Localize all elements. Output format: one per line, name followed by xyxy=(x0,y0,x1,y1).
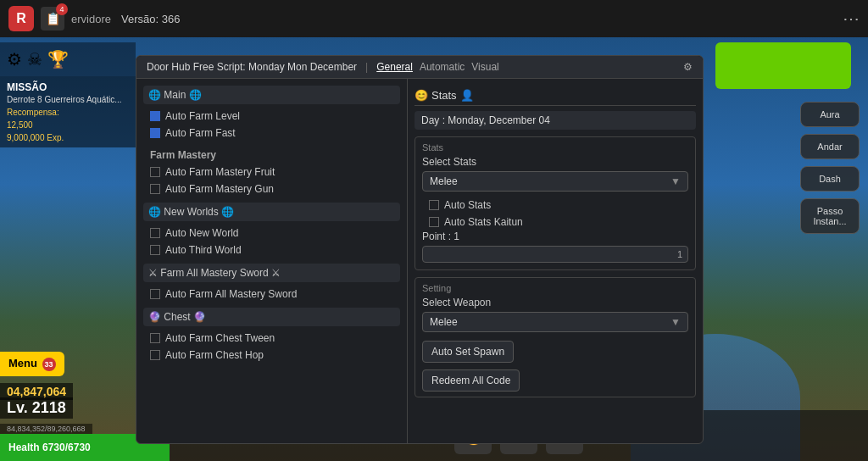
mission-reward-label: Recompensa: xyxy=(7,108,129,117)
auto-farm-chest-hop-label: Auto Farm Chest Hop xyxy=(165,349,264,361)
stats-dropdown[interactable]: Melee ▼ xyxy=(422,171,688,192)
right-column: 😊 Stats 👤 Day : Monday, December 04 Stat… xyxy=(408,79,703,443)
skull-icon: ☠ xyxy=(27,49,42,69)
script-panel: Door Hub Free Script: Monday Mon Decembe… xyxy=(136,55,704,444)
stats-person-icon: 👤 xyxy=(460,89,474,102)
auto-farm-level-checkbox[interactable] xyxy=(150,111,160,121)
auto-farm-mastery-gun-label: Auto Farm Mastery Gun xyxy=(165,183,274,195)
mission-gold: 12,500 xyxy=(7,120,129,130)
stats-emoji: 😊 xyxy=(415,89,428,102)
auto-stats-label: Auto Stats xyxy=(444,199,491,211)
notification-icon[interactable]: 📋 4 xyxy=(41,7,64,31)
setting-section: Setting Select Weapon Melee ▼ Auto Set S… xyxy=(415,277,696,397)
settings-icon[interactable]: ⚙ xyxy=(7,49,22,69)
auto-stats-kaitun-label: Auto Stats Kaitun xyxy=(444,216,523,228)
pipe-separator: | xyxy=(365,61,368,73)
sword-section-header: ⚔ Farm All Mastery Sword ⚔ xyxy=(143,264,400,282)
left-hud: ⚙ ☠ 🏆 MISSÃO Derrote 8 Guerreiros Aquáti… xyxy=(0,42,136,147)
panel-body: 🌐 Main 🌐 Auto Farm Level Auto Farm Fast … xyxy=(136,79,703,443)
auto-farm-fast-row: Auto Farm Fast xyxy=(143,125,400,142)
new-worlds-section-header: 🌐 New Worlds 🌐 xyxy=(143,203,400,221)
auto-farm-mastery-gun-checkbox[interactable] xyxy=(150,184,160,194)
auto-new-world-label: Auto New World xyxy=(165,227,238,239)
panel-title: Door Hub Free Script: Monday Mon Decembe… xyxy=(147,61,357,73)
trophy-icon: 🏆 xyxy=(47,49,69,69)
main-section-title: 🌐 Main 🌐 xyxy=(148,89,202,101)
auto-stats-kaitun-checkbox[interactable] xyxy=(429,217,439,227)
stats-dropdown-value: Melee xyxy=(430,175,458,187)
new-worlds-section-title: 🌐 New Worlds 🌐 xyxy=(148,206,234,218)
auto-farm-chest-tween-row: Auto Farm Chest Tween xyxy=(143,330,400,347)
sword-section-title: ⚔ Farm All Mastery Sword ⚔ xyxy=(148,267,281,279)
auto-set-spawn-button[interactable]: Auto Set Spawn xyxy=(422,341,514,363)
roblox-logo: R xyxy=(8,6,34,31)
level-display: Lv. 2118 xyxy=(0,397,73,419)
auto-farm-mastery-fruit-label: Auto Farm Mastery Fruit xyxy=(165,166,275,178)
auto-farm-fast-checkbox[interactable] xyxy=(150,128,160,138)
setting-title: Setting xyxy=(422,283,688,293)
top-bar: R 📋 4 ervidore Versão: 366 ⋯ xyxy=(0,0,868,37)
auto-farm-chest-tween-label: Auto Farm Chest Tween xyxy=(165,332,275,344)
weapon-dropdown-value: Melee xyxy=(430,316,458,328)
point-display: Point : 1 xyxy=(422,230,688,242)
auto-new-world-row: Auto New World xyxy=(143,225,400,242)
stats-header: 😊 Stats 👤 xyxy=(415,86,696,106)
left-column: 🌐 Main 🌐 Auto Farm Level Auto Farm Fast … xyxy=(136,79,408,443)
auto-farm-mastery-fruit-row: Auto Farm Mastery Fruit xyxy=(143,164,400,181)
weapon-dropdown-arrow-icon: ▼ xyxy=(670,316,681,328)
auto-farm-level-label: Auto Farm Level xyxy=(165,110,240,122)
notification-badge: 4 xyxy=(56,3,68,15)
auto-farm-chest-hop-row: Auto Farm Chest Hop xyxy=(143,347,400,364)
right-action-buttons: Aura Andar Dash PassoInstan... xyxy=(800,102,860,234)
exp-display: 84,834,352/89,260,668 xyxy=(0,424,92,434)
auto-third-world-row: Auto Third World xyxy=(143,242,400,258)
point-value: 1 xyxy=(677,249,682,259)
stats-title: Stats xyxy=(431,89,457,102)
auto-farm-level-row: Auto Farm Level xyxy=(143,108,400,125)
settings-gear-icon[interactable]: ⚙ xyxy=(683,61,693,73)
passo-button[interactable]: PassoInstan... xyxy=(800,198,860,234)
menu-badge: 33 xyxy=(42,358,56,371)
auto-farm-chest-tween-checkbox[interactable] xyxy=(150,333,160,343)
dash-button[interactable]: Dash xyxy=(800,166,860,192)
auto-farm-chest-hop-checkbox[interactable] xyxy=(150,350,160,360)
select-stats-label: Select Stats xyxy=(422,156,688,168)
day-display: Day : Monday, December 04 xyxy=(415,111,696,130)
chest-section-header: 🔮 Chest 🔮 xyxy=(143,308,400,326)
mission-box: MISSÃO Derrote 8 Guerreiros Aquátic... R… xyxy=(0,76,136,147)
redeem-all-code-button[interactable]: Redeem All Code xyxy=(422,369,520,392)
andar-button[interactable]: Andar xyxy=(800,134,860,159)
auto-farm-all-mastery-sword-label: Auto Farm All Mastery Sword xyxy=(165,288,297,300)
auto-farm-all-mastery-sword-row: Auto Farm All Mastery Sword xyxy=(143,286,400,303)
auto-farm-fast-label: Auto Farm Fast xyxy=(165,127,236,139)
tab-visual[interactable]: Visual xyxy=(471,61,498,73)
auto-third-world-checkbox[interactable] xyxy=(150,245,160,255)
mission-exp: 9,000,000 Exp. xyxy=(7,133,129,142)
auto-farm-mastery-fruit-checkbox[interactable] xyxy=(150,167,160,177)
stats-dropdown-arrow-icon: ▼ xyxy=(670,175,681,187)
auto-stats-kaitun-row: Auto Stats Kaitun xyxy=(422,214,688,230)
select-weapon-label: Select Weapon xyxy=(422,297,688,308)
hud-icons-bar: ⚙ ☠ 🏆 xyxy=(0,42,136,76)
server-text: ervidore xyxy=(71,13,111,25)
menu-button[interactable]: Menu 33 xyxy=(0,352,64,376)
auto-new-world-checkbox[interactable] xyxy=(150,228,160,238)
auto-third-world-label: Auto Third World xyxy=(165,244,242,256)
version-text: Versão: 366 xyxy=(121,13,180,25)
aura-button[interactable]: Aura xyxy=(800,102,860,127)
mission-title: MISSÃO xyxy=(7,81,129,93)
chest-section-title: 🔮 Chest 🔮 xyxy=(148,311,206,323)
stats-section-title: Stats xyxy=(422,142,688,153)
tab-general[interactable]: General xyxy=(376,61,413,73)
panel-tabs: General Automatic Visual xyxy=(376,61,499,73)
point-bar: 1 xyxy=(422,246,688,263)
auto-farm-all-mastery-sword-checkbox[interactable] xyxy=(150,289,160,299)
auto-farm-mastery-gun-row: Auto Farm Mastery Gun xyxy=(143,181,400,197)
auto-stats-checkbox[interactable] xyxy=(429,200,439,210)
main-section-header: 🌐 Main 🌐 xyxy=(143,86,400,104)
stats-section: Stats Select Stats Melee ▼ Auto Stats Au… xyxy=(415,136,696,270)
tab-automatic[interactable]: Automatic xyxy=(420,61,465,73)
weapon-dropdown[interactable]: Melee ▼ xyxy=(422,312,688,332)
auto-stats-row: Auto Stats xyxy=(422,197,688,214)
more-options-icon[interactable]: ⋯ xyxy=(843,8,860,29)
